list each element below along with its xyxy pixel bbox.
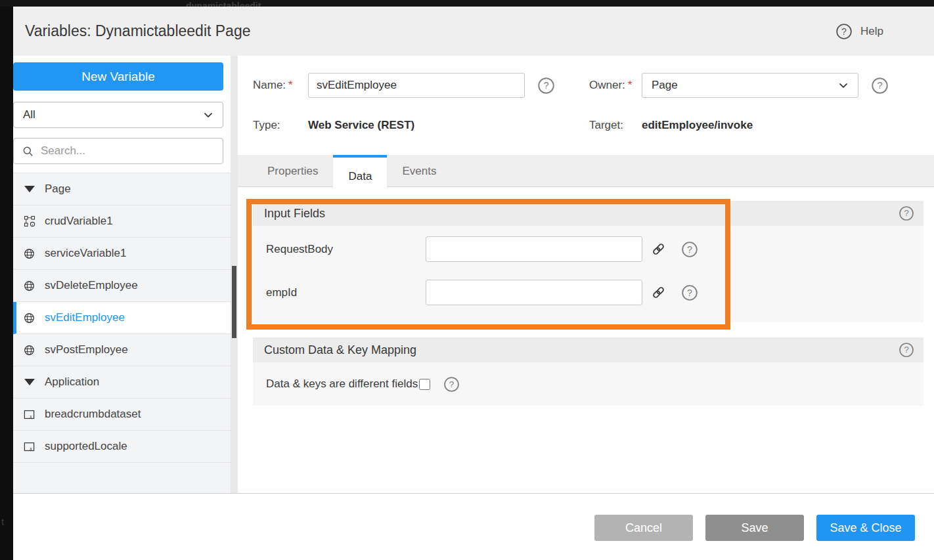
type-value: Web Service (REST)	[308, 119, 525, 132]
help-label[interactable]: Help	[860, 25, 883, 38]
type-label: Type:	[253, 119, 308, 132]
dialog-footer: Cancel Save Save & Close	[13, 493, 934, 560]
variable-label: supportedLocale	[45, 440, 127, 453]
required-marker: *	[628, 79, 633, 91]
new-variable-button[interactable]: New Variable	[13, 62, 223, 91]
bind-link-icon[interactable]	[651, 242, 666, 257]
name-label: Name:*	[253, 79, 308, 92]
different-fields-checkbox[interactable]	[419, 379, 430, 390]
variable-form-row-1: Name:* Owner:* Page	[253, 73, 923, 98]
checkbox-help-icon[interactable]	[443, 376, 460, 393]
variables-dialog: Variables: Dynamictableedit Page Help Ne…	[13, 7, 934, 560]
owner-help-icon[interactable]	[871, 77, 889, 95]
search-input[interactable]	[41, 144, 216, 158]
field-help-icon[interactable]	[681, 241, 698, 258]
custom-mapping-header: Custom Data & Key Mapping	[253, 337, 923, 362]
tab-properties[interactable]: Properties	[252, 155, 333, 187]
collapse-triangle-icon	[23, 186, 35, 192]
sidebar-item-svPostEmployee[interactable]: svPostEmployee	[13, 334, 231, 366]
different-fields-label: Data & keys are different fields	[266, 377, 418, 391]
variable-filter-select[interactable]: All	[13, 102, 223, 128]
name-input[interactable]	[308, 73, 525, 98]
bind-link-icon[interactable]	[651, 285, 666, 300]
group-label: Application	[45, 376, 99, 389]
collapse-triangle-icon	[23, 379, 35, 385]
section-help-icon[interactable]	[899, 342, 914, 358]
detail-tabs: Properties Data Events	[238, 155, 934, 187]
help-icon[interactable]	[835, 23, 853, 40]
tab-data[interactable]: Data	[333, 155, 387, 196]
name-help-icon[interactable]	[537, 77, 555, 95]
sidebar-item-supportedLocale[interactable]: supportedLocale	[13, 431, 231, 463]
background-page-name: dynamictableedit	[186, 1, 261, 7]
save-button[interactable]: Save	[705, 515, 804, 541]
model-variable-icon	[23, 441, 35, 453]
section-help-icon[interactable]	[899, 205, 914, 221]
scrollbar-thumb[interactable]	[232, 266, 236, 338]
custom-mapping-body: Data & keys are different fields	[253, 362, 923, 406]
search-icon	[22, 145, 34, 158]
section-title: Input Fields	[264, 207, 899, 221]
service-variable-icon	[23, 312, 35, 324]
chevron-down-icon	[837, 79, 850, 92]
group-header-application[interactable]: Application	[13, 366, 231, 398]
model-variable-icon	[23, 408, 35, 421]
field-row-requestbody: RequestBody	[266, 236, 923, 262]
service-variable-icon	[23, 248, 35, 260]
target-label: Target:	[589, 119, 642, 132]
cancel-button[interactable]: Cancel	[594, 515, 693, 541]
owner-select[interactable]: Page	[642, 73, 858, 98]
dialog-titlebar: Variables: Dynamictableedit Page Help	[13, 7, 934, 56]
variable-label: crudVariable1	[45, 215, 113, 228]
group-header-page[interactable]: Page	[13, 173, 231, 205]
empid-input[interactable]	[426, 280, 642, 305]
variable-label: svDeleteEmployee	[45, 279, 138, 292]
requestbody-input[interactable]	[426, 236, 642, 262]
crud-variable-icon	[23, 215, 35, 227]
filter-selected-value: All	[23, 108, 202, 121]
save-and-close-button[interactable]: Save & Close	[816, 515, 915, 541]
variable-list: Page crudVariable1 serviceVariable1 svDe…	[13, 173, 231, 493]
sidebar-item-breadcrumbdataset[interactable]: breadcrumbdataset	[13, 398, 231, 431]
variable-label: svPostEmployee	[45, 343, 128, 356]
input-fields-section: Input Fields RequestBody empId	[253, 201, 923, 322]
background-left-hint: t	[1, 516, 4, 527]
variables-sidebar: New Variable All Page cr	[13, 56, 231, 493]
screen: dynamictableedit t Variables: Dynamictab…	[0, 0, 934, 560]
variable-search[interactable]	[13, 138, 223, 164]
sidebar-scrollbar[interactable]	[231, 56, 238, 493]
service-variable-icon	[23, 280, 35, 292]
sidebar-item-svEditEmployee[interactable]: svEditEmployee	[13, 302, 231, 334]
dialog-help[interactable]: Help	[835, 23, 883, 40]
required-marker: *	[288, 79, 293, 91]
variable-label: serviceVariable1	[45, 247, 126, 260]
group-label: Page	[45, 183, 71, 196]
tab-events[interactable]: Events	[387, 155, 451, 187]
sidebar-item-serviceVariable1[interactable]: serviceVariable1	[13, 238, 231, 270]
section-title: Custom Data & Key Mapping	[264, 343, 899, 357]
chevron-down-icon	[202, 108, 215, 121]
owner-selected-value: Page	[652, 79, 837, 92]
field-help-icon[interactable]	[681, 284, 698, 301]
field-label: RequestBody	[266, 243, 426, 256]
dialog-content: New Variable All Page cr	[13, 56, 934, 493]
input-fields-body: RequestBody empId	[253, 226, 923, 322]
variable-form-row-2: Type: Web Service (REST) Target: editEmp…	[253, 119, 923, 132]
custom-mapping-section: Custom Data & Key Mapping Data & keys ar…	[253, 337, 923, 406]
dialog-title: Variables: Dynamictableedit Page	[25, 22, 835, 40]
field-row-empid: empId	[266, 280, 923, 305]
data-tab-content: Input Fields RequestBody empId	[253, 201, 923, 406]
service-variable-icon	[23, 344, 35, 356]
input-fields-header: Input Fields	[253, 201, 923, 226]
variable-detail-panel: Name:* Owner:* Page Type:	[238, 56, 934, 493]
sidebar-item-crudVariable1[interactable]: crudVariable1	[13, 205, 231, 238]
variable-label: svEditEmployee	[45, 311, 125, 324]
sidebar-item-svDeleteEmployee[interactable]: svDeleteEmployee	[13, 270, 231, 302]
target-value: editEmployee/invoke	[642, 119, 858, 132]
owner-label: Owner:*	[589, 79, 642, 92]
background-app-toolbar: dynamictableedit	[0, 0, 934, 7]
variable-label: breadcrumbdataset	[45, 408, 141, 421]
field-label: empId	[266, 286, 426, 299]
